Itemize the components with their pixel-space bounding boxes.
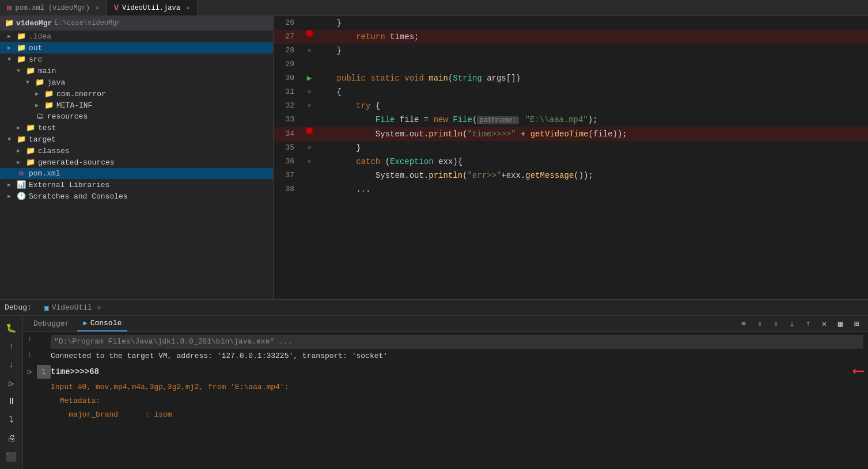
tree-item-idea[interactable]: ▶ 📁 .idea (0, 30, 273, 42)
fold-icon-28[interactable]: ◇ (308, 44, 311, 58)
console-toolbar-grid[interactable]: ⊞ (850, 317, 863, 331)
debug-bug-icon[interactable]: 🐛 (4, 321, 19, 335)
tree-item-classes[interactable]: ▶ 📁 classes (0, 145, 273, 157)
code-text-31: { (317, 85, 868, 99)
console-text-1: "D:\Program Files\Java\jdk1.8.0_201\bin\… (51, 335, 863, 349)
arrow-com-onerror: ▶ (32, 90, 41, 97)
code-line-30: 30 ▶ public static void main(String args… (274, 71, 868, 85)
console-up-arrow[interactable]: ↑ (28, 335, 32, 344)
label-src: src (29, 55, 42, 64)
fold-icon-31[interactable]: ◇ (308, 85, 311, 99)
debug-print-icon[interactable]: 🖨 (4, 431, 19, 446)
arrow-java: ▼ (23, 79, 32, 86)
project-folder-icon: 📁 (5, 18, 14, 28)
label-meta-inf: META-INF (56, 101, 92, 110)
code-content[interactable]: 26 } 27 return times; 28 ◇ } (274, 16, 868, 299)
console-toolbar-table[interactable]: ▦ (833, 317, 847, 331)
arrow-external-libraries: ▶ (5, 181, 14, 188)
debug-up-icon[interactable]: ↑ (4, 339, 19, 354)
line-num-36: 36 (274, 155, 301, 169)
console-text-4: Input #0, mov,mp4,m4a,3gp,3g2,mj2, from … (51, 381, 863, 394)
console-toolbar-up[interactable]: ⇧ (753, 317, 767, 331)
tab-videoutil-java-close[interactable]: ✕ (186, 4, 190, 12)
line-num-27: 27 (274, 30, 301, 44)
label-pom-xml: pom.xml (29, 169, 60, 178)
file-icon-pom-xml: m (16, 169, 26, 178)
gutter-28: ◇ (301, 44, 317, 58)
tree-item-main[interactable]: ▼ 📁 main (0, 65, 273, 77)
debug-session-tab[interactable]: ▣ VideoUtil ✕ (39, 300, 107, 315)
console-step-icon[interactable]: ⤵ (37, 365, 51, 379)
run-arrow-30[interactable]: ▶ (307, 71, 312, 85)
console-left-icons-1: ↑ (28, 335, 51, 344)
arrow-scratches: ▶ (5, 193, 14, 200)
console-line-5: Metadata: (23, 394, 868, 408)
tree-item-src[interactable]: ▼ 📁 src (0, 54, 273, 65)
tree-item-scratches[interactable]: ▶ 🕐 Scratches and Consoles (0, 190, 273, 202)
tree-item-target[interactable]: ▼ 📁 target (0, 134, 273, 145)
debug-pause-icon[interactable]: ⏸ (4, 394, 19, 409)
fold-icon-32[interactable]: ◇ (308, 99, 311, 113)
console-toolbar-down2[interactable]: ⇩ (769, 317, 783, 331)
debug-step-icon[interactable]: ⤵ (4, 413, 19, 428)
main-area: 📁 videoMgr E:\case\videoMgr ▶ 📁 .idea ▶ … (0, 16, 868, 299)
tree-item-out[interactable]: ▶ 📁 out (0, 42, 273, 54)
console-toolbar-lines[interactable]: ≡ (737, 317, 751, 331)
folder-icon-src: 📁 (16, 55, 26, 64)
fold-icon-35[interactable]: ◇ (308, 141, 311, 155)
code-line-37: 37 System.out.println("err>>"+exx.getMes… (274, 169, 868, 182)
tree-item-external-libraries[interactable]: ▶ 📊 External Libraries (0, 179, 273, 190)
tree-item-com-onerror[interactable]: ▶ 📁 com.onerror (0, 88, 273, 100)
console-full-area: 🐛 ↑ ↓ ▷ ⏸ ⤵ 🖨 ⬛ Debugger ▶ Console (0, 316, 868, 469)
arrow-pom-xml (5, 170, 14, 177)
breakpoint-dot-27[interactable] (306, 30, 313, 37)
fold-icon-36[interactable]: ◇ (308, 155, 311, 169)
tab-console[interactable]: ▶ Console (77, 316, 127, 331)
debug-label: Debug: (5, 303, 32, 312)
project-title[interactable]: 📁 videoMgr E:\case\videoMgr (0, 16, 273, 30)
line-num-35: 35 (274, 141, 301, 155)
label-scratches: Scratches and Consoles (29, 192, 128, 201)
breakpoint-dot-34[interactable] (306, 127, 313, 134)
code-line-35: 35 ◇ } (274, 141, 868, 155)
folder-icon-java: 📁 (35, 78, 45, 87)
console-line-2: ↓ Connected to the target VM, address: '… (23, 349, 868, 363)
label-test: test (38, 124, 56, 132)
debug-down-icon[interactable]: ↓ (4, 357, 19, 372)
debug-play-icon[interactable]: ▷ (4, 376, 19, 391)
console-down-arrow[interactable]: ↓ (28, 350, 32, 359)
debug-session-close[interactable]: ✕ (97, 304, 101, 311)
console-toolbar-up2[interactable]: ↑ (801, 317, 815, 331)
gutter-32: ◇ (301, 99, 317, 113)
console-tab-icon: ▶ (83, 319, 87, 327)
code-line-31: 31 ◇ { (274, 85, 868, 99)
console-left-icons-3: ▷ ⤵ (28, 365, 51, 379)
debug-tabs: Debug: ▣ VideoUtil ✕ (0, 300, 868, 316)
folder-icon-test: 📁 (25, 123, 36, 132)
tree-item-java[interactable]: ▼ 📁 java (0, 77, 273, 88)
tab-pom-xml-close[interactable]: ✕ (96, 4, 100, 12)
tree-item-generated-sources[interactable]: ▶ 📁 generated-sources (0, 157, 273, 168)
tree-item-resources[interactable]: 🗂 resources (0, 111, 273, 122)
debug-left-bar: 🐛 ↑ ↓ ▷ ⏸ ⤵ 🖨 ⬛ (0, 316, 23, 469)
console-text-3: time>>>>68 (51, 365, 847, 378)
debug-stop-icon[interactable]: ⬛ (4, 449, 19, 464)
console-left-icons-2: ↓ (28, 350, 51, 359)
code-line-26: 26 } (274, 16, 868, 30)
tree-item-pom-xml[interactable]: m pom.xml (0, 168, 273, 179)
gutter-31: ◇ (301, 85, 317, 99)
tree-item-meta-inf[interactable]: ▶ 📁 META-INF (0, 100, 273, 111)
code-text-26: } (317, 16, 868, 30)
arrow-target: ▼ (5, 136, 14, 143)
console-toolbar-down3[interactable]: ↓ (785, 317, 799, 331)
console-red-arrow: ⟵ (854, 364, 863, 380)
tab-pom-xml[interactable]: m pom.xml (videoMgr) ✕ (0, 0, 107, 16)
tree-item-test[interactable]: ▶ 📁 test (0, 122, 273, 134)
arrow-classes: ▶ (14, 147, 23, 154)
arrow-meta-inf: ▶ (32, 102, 41, 109)
tab-videoutil-java[interactable]: V VideoUtil.java ✕ (107, 0, 198, 16)
line-num-30: 30 (274, 71, 301, 85)
console-toolbar-x[interactable]: ✕ (817, 317, 831, 331)
tab-debugger[interactable]: Debugger (28, 316, 75, 331)
debugger-tab-label: Debugger (33, 319, 69, 328)
